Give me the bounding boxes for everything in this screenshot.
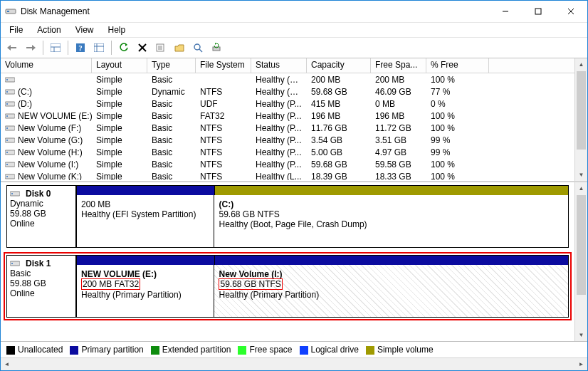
cell-free: 59.58 GB [371,160,426,169]
table-row[interactable]: New Volume (F:)SimpleBasicNTFSHealthy (P… [1,122,587,134]
table-row[interactable]: New Volume (H:)SimpleBasicNTFSHealthy (P… [1,146,587,158]
rescan-button[interactable] [208,39,225,56]
table-row[interactable]: SimpleBasicHealthy (E...200 MB200 MB100 … [1,73,587,85]
cell-type: Basic [147,147,196,157]
cell-fs: NTFS [196,135,251,145]
legend-swatch [151,346,159,355]
partition-box[interactable]: 200 MBHealthy (EFI System Partition) [76,195,214,248]
cell-volume: New Volume (I:) [1,160,92,169]
table-row[interactable]: New Volume (I:)SimpleBasicNTFSHealthy (P… [1,158,587,170]
scroll-up-icon[interactable]: ▲ [575,182,587,194]
cell-fs: NTFS [196,160,251,169]
legend-label: Logical drive [311,345,359,355]
table-row[interactable]: NEW VOLUME (E:)SimpleBasicFAT32Healthy (… [1,110,587,122]
close-button[interactable] [555,1,587,22]
partition-size: 59.68 GB NTFS [219,209,564,219]
cell-capacity: 5.00 GB [307,147,371,157]
partition-box[interactable]: (C:)59.68 GB NTFSHealthy (Boot, Page Fil… [214,195,568,248]
disk-info[interactable]: Disk 0Dynamic59.88 GBOnline [6,185,76,248]
menubar: FileActionViewHelp [1,23,587,38]
help-button[interactable]: ? [72,39,89,56]
svg-point-22 [194,44,200,50]
legend: UnallocatedPrimary partitionExtended par… [1,341,587,357]
forward-button[interactable] [22,39,39,56]
scroll-right-icon[interactable]: ► [575,358,587,370]
cell-layout: Simple [92,123,147,133]
back-button[interactable] [4,39,21,56]
scroll-thumb[interactable] [577,195,586,295]
settings-button[interactable] [90,39,107,56]
svg-rect-1 [7,11,9,12]
scroll-thumb[interactable] [577,71,586,150]
disk-info[interactable]: Disk 1Basic59.88 GBOnline [6,255,76,318]
drive-icon [5,173,15,180]
cell-volume: New Volume (F:) [1,123,92,133]
properties-button[interactable] [152,39,169,56]
scroll-down-icon[interactable]: ▼ [575,329,587,341]
partition-box[interactable]: New Volume (I:)59.68 GB NTFSHealthy (Pri… [214,265,568,318]
cell-pct: 100 % [426,160,489,169]
scrollbar-horizontal[interactable]: ◄ ► [1,357,587,370]
legend-swatch [70,346,78,355]
menu-help[interactable]: Help [103,24,132,36]
svg-rect-30 [6,103,8,105]
disk-type: Dynamic [10,199,73,209]
cell-fs: NTFS [196,87,251,97]
scrollbar-vertical[interactable]: ▲ ▼ [574,58,587,181]
cell-capacity: 18.39 GB [307,172,371,181]
column-free[interactable]: Free Spa... [371,58,426,73]
maximize-button[interactable] [522,1,555,22]
table-row[interactable]: (C:)SimpleDynamicNTFSHealthy (B...59.68 … [1,85,587,98]
search-button[interactable] [189,39,206,56]
partition-title: New Volume (I:) [219,269,564,279]
svg-text:?: ? [78,43,83,52]
table-row[interactable]: New Volume (G:)SimpleBasicNTFSHealthy (P… [1,134,587,146]
delete-button[interactable] [134,39,151,56]
drive-icon [5,149,15,156]
scroll-left-icon[interactable]: ◄ [1,358,13,370]
cell-capacity: 59.68 GB [307,87,371,97]
cell-free: 0 MB [371,99,426,109]
svg-rect-34 [6,127,8,129]
cell-volume: New Volume (H:) [1,147,92,157]
scrollbar-vertical[interactable]: ▲ ▼ [574,182,587,341]
column-capacity[interactable]: Capacity [307,58,371,73]
menu-file[interactable]: File [4,24,28,36]
partition-status: Healthy (Boot, Page File, Crash Dump) [219,219,564,229]
column-volume[interactable]: Volume [1,58,92,73]
drive-icon [10,260,20,267]
scroll-up-icon[interactable]: ▲ [575,58,587,70]
legend-item: Simple volume [366,345,434,355]
table-row[interactable]: (D:)SimpleBasicUDFHealthy (P...415 MB0 M… [1,98,587,110]
disk-size: 59.88 GB [10,209,73,219]
explore-button[interactable] [171,39,188,56]
cell-layout: Simple [92,172,147,181]
legend-item: Unallocated [6,345,63,355]
legend-swatch [238,346,246,355]
partition-box[interactable]: NEW VOLUME (E:)200 MB FAT32Healthy (Prim… [76,265,214,318]
legend-label: Free space [249,345,292,355]
column-pct[interactable]: % Free [426,58,489,73]
scroll-down-icon[interactable]: ▼ [575,169,587,181]
legend-item: Primary partition [70,345,143,355]
svg-rect-8 [51,43,61,52]
menu-view[interactable]: View [70,24,100,36]
legend-item: Free space [238,345,292,355]
menu-action[interactable]: Action [31,24,66,36]
refresh-button[interactable] [115,39,132,56]
partition-size: 200 MB [81,199,209,209]
drive-icon [10,190,20,197]
column-status[interactable]: Status [251,58,307,73]
cell-type: Basic [147,75,196,85]
minimize-button[interactable] [489,1,522,22]
column-layout[interactable]: Layout [92,58,147,73]
cell-free: 196 MB [371,111,426,121]
svg-rect-40 [6,164,8,165]
legend-label: Unallocated [18,345,63,355]
cell-status: Healthy (E... [251,75,307,85]
layout-button[interactable] [47,39,64,56]
table-row[interactable]: New Volume (K:)SimpleBasicNTFSHealthy (L… [1,170,587,180]
column-type[interactable]: Type [147,58,196,73]
column-fs[interactable]: File System [196,58,251,73]
drive-icon [5,100,15,108]
